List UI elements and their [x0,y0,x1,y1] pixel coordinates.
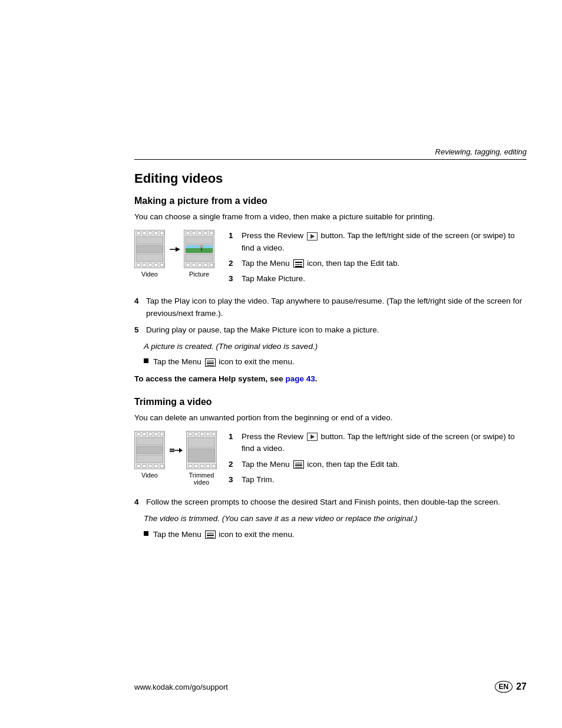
step-num-1-1: 1 [229,230,238,242]
film-strip-original [134,431,165,469]
step-1-3: 3 Tap Make Picture. [229,273,527,285]
svg-rect-25 [204,263,207,266]
header-rule [134,159,527,160]
svg-rect-10 [160,263,164,266]
film-strip-area-2 [134,431,217,469]
step-1-1: 1 Press the Review button. Tap the left/… [229,230,527,254]
svg-rect-46 [136,446,163,454]
svg-rect-47 [136,455,163,463]
section1-instruction-block: Video Picture 1 Press the Review button.… [134,230,527,288]
svg-rect-7 [143,263,146,266]
svg-rect-5 [160,232,164,235]
film-strip-picture [184,230,214,268]
svg-rect-27 [186,236,213,244]
svg-rect-56 [200,433,204,436]
svg-rect-23 [192,263,196,266]
help-line: To access the camera Help system, see pa… [134,373,527,385]
step-text-1-2: Tap the Menu icon, then tap the Edit tab… [242,258,527,269]
svg-rect-42 [148,465,152,467]
svg-rect-59 [189,465,192,467]
film-labels-2: Video Trimmed video [134,472,217,486]
section1-intro: You can choose a single frame from a vid… [134,211,527,223]
step-text-1-1: Press the Review button. Tap the left/ri… [242,230,527,254]
section2-step4: 4 Follow the screen prompts to choose th… [134,496,527,508]
step-text-2-3: Tap Trim. [242,474,527,486]
svg-rect-35 [137,433,140,436]
review-icon-2 [307,433,318,441]
svg-rect-65 [188,449,215,462]
film-label-video-1: Video [134,271,165,278]
step-num-2-1: 1 [229,431,238,443]
step-num-4-2: 4 [134,496,141,508]
footer-url: www.kodak.com/go/support [134,683,228,691]
help-link[interactable]: page 43 [285,374,315,383]
svg-rect-22 [186,263,190,266]
step-num-1-3: 3 [229,273,238,285]
step-2-1: 1 Press the Review button. Tap the left/… [229,431,527,455]
svg-rect-39 [160,433,164,436]
svg-rect-29 [186,245,213,248]
section1-steps: 1 Press the Review button. Tap the left/… [229,230,527,288]
page-title: Editing videos [134,171,527,186]
svg-rect-41 [143,465,146,467]
svg-rect-45 [136,437,163,445]
svg-rect-60 [194,465,198,467]
svg-rect-58 [212,433,216,436]
page-number: 27 [516,681,527,692]
film-label-picture-1: Picture [184,271,214,278]
menu-icon-4 [205,531,216,539]
svg-rect-44 [160,465,164,467]
film-label-trimmed-2: Trimmed video [186,472,217,486]
svg-point-32 [200,245,203,248]
svg-rect-57 [206,433,210,436]
section1-title: Making a picture from a video [134,196,527,206]
svg-rect-30 [186,250,213,253]
section1-film-illustration: Video Picture [134,230,217,288]
content-area: Editing videos Making a picture from a v… [134,171,527,545]
film-label-video-2: Video [134,472,165,486]
page-header-text: Reviewing, tagging, editing [435,147,527,156]
section2-italic-note: The video is trimmed. (You can save it a… [144,513,527,525]
review-icon-1 [307,232,318,241]
page-container: Reviewing, tagging, editing Editing vide… [0,0,562,728]
section2-steps: 1 Press the Review button. Tap the left/… [229,431,527,489]
svg-rect-19 [198,232,201,235]
svg-marker-52 [179,448,183,453]
svg-rect-13 [136,254,163,262]
film-strip-area-1 [134,230,217,268]
step-text-2-2: Tap the Menu icon, then tap the Edit tab… [242,459,527,470]
step-num-2-2: 2 [229,459,238,470]
en-badge: EN [495,681,513,693]
svg-rect-17 [186,232,190,235]
svg-rect-43 [154,465,158,467]
svg-rect-62 [206,465,210,467]
page-footer: www.kodak.com/go/support EN 27 [134,681,527,693]
section1-step5: 5 During play or pause, tap the Make Pic… [134,324,527,336]
step-text-4-1: Tap the Play icon to play the video. Tap… [146,295,527,319]
svg-rect-2 [143,232,146,235]
svg-rect-3 [148,232,152,235]
film-labels-1: Video Picture [134,271,217,278]
svg-rect-12 [136,245,163,253]
trim-icon [168,444,183,456]
svg-rect-4 [154,232,158,235]
step-2-2: 2 Tap the Menu icon, then tap the Edit t… [229,459,527,470]
step-num-5-1: 5 [134,324,141,336]
section1-bullet-text: Tap the Menu icon to exit the menu. [153,356,295,368]
svg-rect-37 [148,433,152,436]
section1-step4: 4 Tap the Play icon to play the video. T… [134,295,527,319]
svg-rect-11 [136,236,163,244]
svg-rect-18 [192,232,196,235]
svg-rect-9 [154,263,158,266]
help-text-bold: To access the camera Help system, see [134,374,285,383]
step-text-1-3: Tap Make Picture. [242,273,527,285]
section2-bullet-text: Tap the Menu icon to exit the menu. [153,529,295,541]
svg-rect-21 [210,232,213,235]
bullet-icon-1 [144,358,148,363]
section2-instruction-block: Video Trimmed video 1 Press the Review b… [134,431,527,489]
svg-rect-24 [198,263,201,266]
section1-bullet: Tap the Menu icon to exit the menu. [144,356,527,368]
section2-title: Trimming a video [134,397,527,407]
svg-rect-64 [188,437,215,447]
menu-icon-1 [293,259,304,268]
